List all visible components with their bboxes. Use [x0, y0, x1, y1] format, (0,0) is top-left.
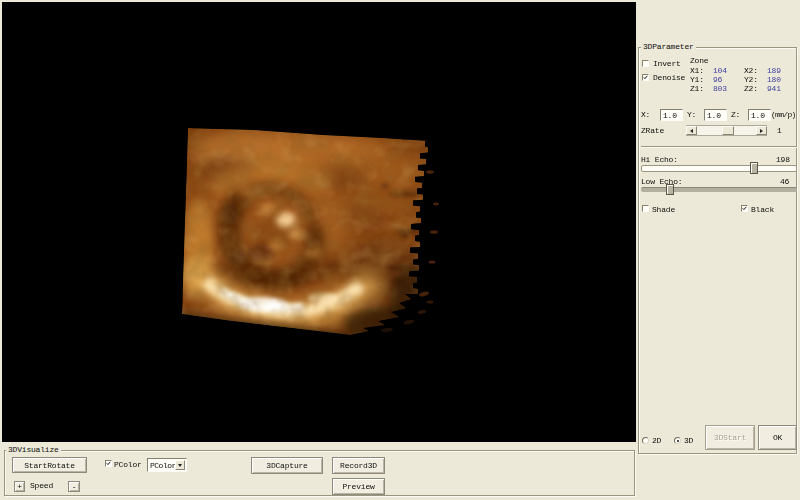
pcolor-checkbox[interactable] — [105, 460, 112, 467]
ok-button[interactable]: OK — [758, 425, 797, 450]
zone-row3-v1: 803 — [713, 84, 727, 93]
hi-echo-value: 198 — [776, 155, 790, 164]
app-window: { "window": { "background_color": "#ece9… — [0, 0, 800, 500]
3dcapture-button[interactable]: 3DCapture — [251, 457, 323, 474]
check-icon — [643, 75, 648, 80]
zone-row3-l1: Z1: — [690, 84, 704, 93]
scroll-right-arrow-icon — [760, 129, 765, 133]
zrate-scroll-right-button[interactable] — [756, 126, 767, 135]
panel-divider — [641, 146, 797, 148]
zrate-scroll-thumb[interactable] — [722, 126, 734, 135]
pcolor-label: PColor — [114, 460, 142, 469]
zone-row2-l2: Y2: — [744, 75, 758, 84]
3dstart-button[interactable]: 3DStart — [705, 425, 755, 450]
zone-row2-l1: Y1: — [690, 75, 704, 84]
shade-label: Shade — [652, 205, 675, 214]
hi-echo-slider-thumb[interactable] — [750, 162, 758, 174]
dropdown-arrow-icon — [178, 464, 182, 469]
zone-row2-v1: 96 — [713, 75, 722, 84]
scroll-left-arrow-icon — [688, 129, 693, 133]
visualize-group-title: 3DVisualize — [6, 445, 61, 454]
zone-row1-l2: X2: — [744, 66, 758, 75]
zone-row3-l2: Z2: — [744, 84, 758, 93]
mode-2d-radio[interactable] — [642, 437, 649, 444]
zone-row1-v1: 104 — [713, 66, 727, 75]
pcolor-combobox[interactable]: PColor — [147, 458, 187, 472]
ultrasound-volume-render — [173, 116, 448, 351]
render-viewport[interactable] — [2, 2, 636, 442]
x-scale-input[interactable]: 1.0 — [660, 109, 683, 121]
black-checkbox[interactable] — [741, 205, 748, 212]
low-echo-value: 46 — [780, 177, 789, 186]
check-icon — [742, 206, 747, 211]
denoise-checkbox[interactable] — [642, 74, 649, 81]
speed-label: Speed — [30, 481, 53, 490]
shade-checkbox[interactable] — [642, 205, 649, 212]
black-label: Black — [751, 205, 774, 214]
start-rotate-button[interactable]: StartRotate — [12, 457, 87, 473]
pcolor-combo-arrow-button[interactable] — [175, 460, 185, 470]
invert-label: Invert — [653, 59, 681, 68]
zone-row2-v2: 180 — [767, 75, 781, 84]
zrate-label: ZRate — [641, 126, 664, 135]
invert-checkbox[interactable] — [642, 60, 649, 67]
z-scale-value: 1.0 — [751, 111, 765, 120]
zrate-scrollbar[interactable] — [686, 125, 767, 136]
record3d-button[interactable]: Record3D — [332, 457, 385, 474]
speed-minus-button[interactable]: - — [68, 481, 80, 492]
low-echo-label: Low Echo: — [641, 177, 682, 186]
zone-row3-v2: 941 — [767, 84, 781, 93]
mode-3d-radio[interactable] — [674, 437, 681, 444]
parameter-group-title: 3DParameter — [641, 42, 696, 51]
zone-row1-v2: 189 — [767, 66, 781, 75]
check-icon — [106, 461, 111, 466]
mode-3d-label: 3D — [684, 436, 693, 445]
y-scale-label: Y: — [687, 110, 696, 119]
zrate-value: 1 — [777, 126, 782, 135]
hi-echo-label: Hi Echo: — [641, 155, 678, 164]
hi-echo-slider-track[interactable] — [641, 165, 797, 172]
zone-label: Zone — [690, 56, 708, 65]
denoise-label: Denoise — [653, 73, 685, 82]
y-scale-input[interactable]: 1.0 — [704, 109, 727, 121]
scale-unit-label: (mm/p) — [771, 110, 796, 119]
pcolor-combo-value: PColor — [148, 461, 176, 470]
zone-row1-l1: X1: — [690, 66, 704, 75]
mode-2d-label: 2D — [652, 436, 661, 445]
low-echo-slider-thumb[interactable] — [666, 184, 674, 195]
y-scale-value: 1.0 — [707, 111, 721, 120]
x-scale-value: 1.0 — [663, 111, 677, 120]
preview-button[interactable]: Preview — [332, 478, 385, 495]
zrate-scroll-left-button[interactable] — [686, 126, 697, 135]
speed-plus-button[interactable]: + — [14, 481, 25, 492]
z-scale-label: Z: — [731, 110, 740, 119]
low-echo-slider-track[interactable] — [641, 187, 797, 192]
z-scale-input[interactable]: 1.0 — [748, 109, 771, 121]
x-scale-label: X: — [641, 110, 650, 119]
